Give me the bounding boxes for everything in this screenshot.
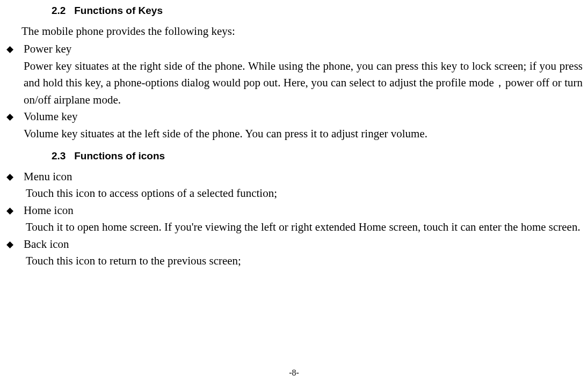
section-heading-22: 2.2 Functions of Keys <box>52 3 583 19</box>
home-icon-body: Touch it to open home screen. If you're … <box>26 219 583 236</box>
heading-number: 2.2 <box>52 5 66 16</box>
list-item: ◆ Home icon <box>5 202 583 219</box>
list-item: ◆ Back icon <box>5 236 583 253</box>
back-icon-body: Touch this icon to return to the previou… <box>26 253 583 270</box>
heading-title: Functions of icons <box>74 150 165 161</box>
menu-icon-label: Menu icon <box>24 168 583 186</box>
volume-key-label: Volume key <box>24 108 583 126</box>
power-key-label: Power key <box>24 41 583 58</box>
diamond-bullet-icon: ◆ <box>5 202 24 219</box>
heading-number: 2.3 <box>52 150 66 161</box>
home-icon-label: Home icon <box>24 202 583 219</box>
list-item: ◆ Volume key <box>5 108 583 126</box>
section-heading-23: 2.3 Functions of icons <box>52 149 583 164</box>
diamond-bullet-icon: ◆ <box>5 168 24 185</box>
list-item: ◆ Menu icon <box>5 168 583 186</box>
intro-text-22: The mobile phone provides the following … <box>21 23 583 40</box>
volume-key-body: Volume key situates at the left side of … <box>24 126 583 143</box>
power-key-body: Power key situates at the right side of … <box>24 58 583 109</box>
page-number: -8- <box>0 366 588 379</box>
diamond-bullet-icon: ◆ <box>5 236 24 253</box>
heading-title: Functions of Keys <box>74 5 163 16</box>
list-item: ◆ Power key <box>5 41 583 58</box>
menu-icon-body: Touch this icon to access options of a s… <box>26 185 583 202</box>
back-icon-label: Back icon <box>24 236 583 253</box>
diamond-bullet-icon: ◆ <box>5 41 24 57</box>
diamond-bullet-icon: ◆ <box>5 108 24 125</box>
